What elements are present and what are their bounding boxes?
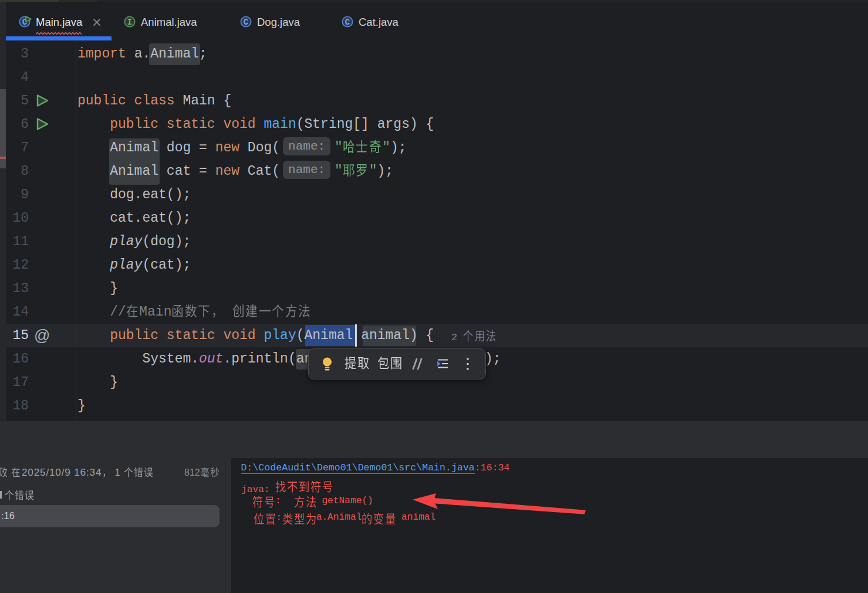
svg-text:C: C <box>244 18 249 27</box>
svg-text:I: I <box>127 18 132 27</box>
svg-text:C: C <box>345 18 350 27</box>
